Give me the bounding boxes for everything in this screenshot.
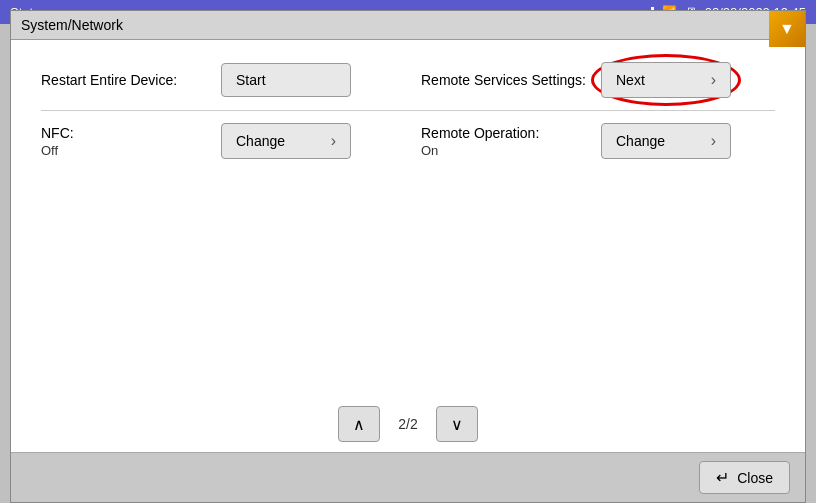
restart-label: Restart Entire Device: [41,72,221,88]
remote-op-change-button[interactable]: Change › [601,123,731,159]
bottom-bar: ↵ Close [11,452,805,502]
page-down-icon: ∨ [451,415,463,434]
nfc-change-button[interactable]: Change › [221,123,351,159]
app-window: System/Network Restart Entire Device: St… [0,0,816,503]
spacer [11,218,805,386]
close-button[interactable]: ↵ Close [699,461,790,494]
nfc-label: NFC: [41,125,221,141]
nfc-label-block: NFC: Off [41,125,221,158]
remote-services-label-block: Remote Services Settings: [421,72,601,88]
remote-op-label-block: Remote Operation: On [421,125,601,158]
next-arrow-icon: › [711,71,716,89]
rows-container: Restart Entire Device: Start Remote Serv… [11,40,805,218]
right-section-remote-op: Remote Operation: On Change › [421,123,775,159]
remote-services-label: Remote Services Settings: [421,72,601,88]
row-nfc: NFC: Off Change › Remote Operation: On [41,111,775,171]
pagination-area: ∧ 2/2 ∨ [11,386,805,452]
content-area: Restart Entire Device: Start Remote Serv… [11,40,805,452]
remote-op-arrow-icon: › [711,132,716,150]
page-indicator: 2/2 [390,416,425,432]
left-section-nfc: NFC: Off Change › [41,123,421,159]
nfc-change-arrow-icon: › [331,132,336,150]
page-down-button[interactable]: ∨ [436,406,478,442]
page-up-icon: ∧ [353,415,365,434]
page-up-button[interactable]: ∧ [338,406,380,442]
restart-label-block: Restart Entire Device: [41,72,221,88]
window-frame: System/Network Restart Entire Device: St… [10,10,806,503]
next-btn-wrapper: Next › [601,62,731,98]
next-button[interactable]: Next › [601,62,731,98]
remote-op-label: Remote Operation: [421,125,601,141]
start-button[interactable]: Start [221,63,351,97]
right-section-remote-services: Remote Services Settings: Next › [421,62,775,98]
close-label: Close [737,470,773,486]
title-bar-dropdown-icon[interactable] [769,11,805,47]
return-icon: ↵ [716,468,729,487]
left-section-restart: Restart Entire Device: Start [41,63,421,97]
title-bar: System/Network [11,11,805,40]
nfc-value: Off [41,143,221,158]
row-restart: Restart Entire Device: Start Remote Serv… [41,50,775,111]
window-title: System/Network [21,17,123,33]
remote-op-value: On [421,143,601,158]
